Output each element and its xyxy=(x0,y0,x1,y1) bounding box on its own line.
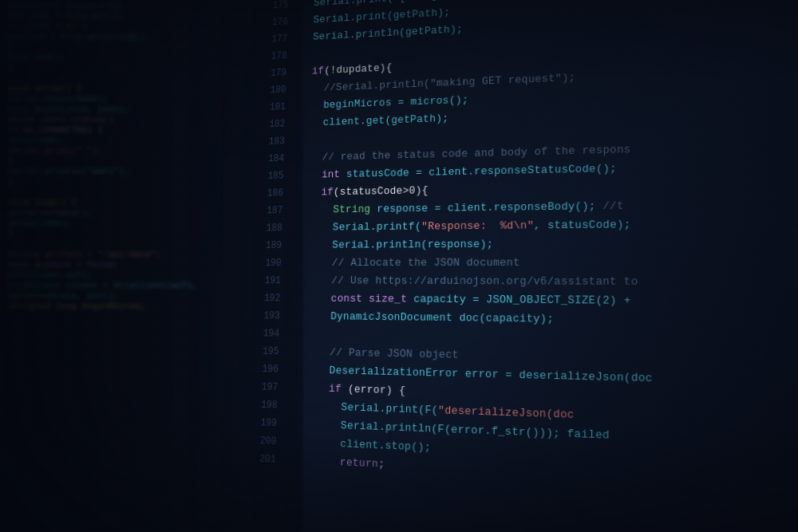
line-number: 199 xyxy=(259,416,290,432)
line-content: // Parse JSON object xyxy=(292,344,459,364)
line-number: 177 xyxy=(270,31,301,47)
line-number: 179 xyxy=(269,65,300,81)
line-number: 186 xyxy=(265,186,297,201)
line-number: 201 xyxy=(258,451,290,468)
code-panel: 175 Serial.print("[HTTP] Request Lin176 … xyxy=(255,0,798,532)
code-editor-screen: httpClient.begin(url); int code = http.G… xyxy=(0,0,798,532)
code-line: 189 Serial.println(response); xyxy=(263,234,798,255)
line-content: DynamicJsonDocument doc(capacity); xyxy=(293,308,554,328)
line-number: 190 xyxy=(263,256,295,271)
line-number: 192 xyxy=(263,291,294,306)
line-number: 195 xyxy=(261,344,293,360)
line-number: 200 xyxy=(258,434,290,451)
line-content: const size_t capacity = JSON_OBJECT_SIZE… xyxy=(294,290,631,309)
line-number: 182 xyxy=(267,116,299,132)
line-content xyxy=(293,326,299,343)
line-number: 191 xyxy=(263,274,294,289)
line-number: 180 xyxy=(268,82,299,98)
line-content: Serial.printf("Response: %d\n", statusCo… xyxy=(295,216,630,236)
line-content xyxy=(300,47,306,63)
line-content: return; xyxy=(290,452,385,474)
line-number: 178 xyxy=(269,48,300,64)
line-number: 196 xyxy=(260,362,292,378)
line-number: 189 xyxy=(263,238,295,254)
line-number: 188 xyxy=(264,221,296,236)
line-content xyxy=(298,133,304,149)
line-number: 198 xyxy=(259,398,291,414)
line-number: 183 xyxy=(267,134,298,149)
code-area: 175 Serial.print("[HTTP] Request Lin176 … xyxy=(263,0,798,532)
line-number: 197 xyxy=(259,380,291,396)
line-content: Serial.println(response); xyxy=(295,236,493,254)
line-content: // Use https://arduinojson.org/v6/assist… xyxy=(294,273,638,291)
code-line: 190 // Allocate the JSON document xyxy=(263,254,798,274)
line-number: 176 xyxy=(271,14,302,30)
line-number: 194 xyxy=(261,326,293,341)
line-number: 193 xyxy=(262,309,294,324)
line-number: 184 xyxy=(267,151,298,166)
line-content: // Allocate the JSON document xyxy=(294,254,519,271)
line-content: if(!dupdate){ xyxy=(300,60,393,80)
line-number: 181 xyxy=(267,100,298,116)
line-number: 175 xyxy=(271,0,302,14)
line-content: if(statusCode>0){ xyxy=(297,183,429,201)
line-number: 187 xyxy=(265,203,297,219)
line-number: 185 xyxy=(266,168,298,183)
line-content: if (error) { xyxy=(291,380,405,400)
